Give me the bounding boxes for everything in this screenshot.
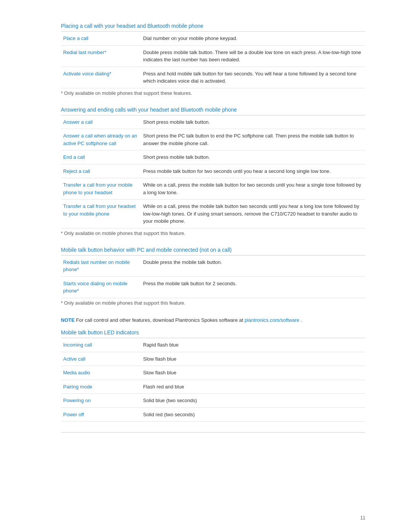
row-description: Dial number on your mobile phone keypad. <box>141 32 365 45</box>
section-footnote: * Only available on mobile phones that s… <box>61 300 365 306</box>
note-label: NOTE <box>61 317 75 323</box>
row-label: Activate voice dialing* <box>61 67 141 88</box>
table-row: Activate voice dialing*Press and hold mo… <box>61 67 365 88</box>
note-text: For call control and other features, dow… <box>76 317 245 323</box>
led-label: Media audio <box>61 366 141 380</box>
table-answering-ending: Answer a callShort press mobile talk but… <box>61 115 365 228</box>
row-description: Double press mobile talk button. There w… <box>141 45 365 67</box>
note-bold: NOTE For call control and other features… <box>61 316 365 324</box>
row-description: While on a call, press the mobile talk b… <box>141 200 365 228</box>
section-title-mobile-talk-behavior: Mobile talk button behavior with PC and … <box>61 247 365 256</box>
row-description: Short press mobile talk button. <box>141 115 365 129</box>
table-row: Place a callDial number on your mobile p… <box>61 32 365 45</box>
row-label: Answer a call when already on an active … <box>61 129 141 150</box>
row-description: Press and hold mobile talk button for tw… <box>141 67 365 88</box>
table-row: Answer a call when already on an active … <box>61 129 365 150</box>
section-title-placing-call: Placing a call with your headset and Blu… <box>61 23 365 32</box>
table-row: Powering onSolid blue (two seconds) <box>61 394 365 408</box>
table-row: Redial last number*Double press mobile t… <box>61 45 365 67</box>
section-mobile-talk-behavior: Mobile talk button behavior with PC and … <box>61 247 365 306</box>
row-label: Starts voice dialing on mobile phone* <box>61 276 141 298</box>
row-label: Redial last number* <box>61 45 141 67</box>
led-label: Powering on <box>61 394 141 408</box>
led-table: Incoming callRapid flash blueActive call… <box>61 338 365 422</box>
row-label: Transfer a call from your mobile phone t… <box>61 178 141 200</box>
table-row: Answer a callShort press mobile talk but… <box>61 115 365 129</box>
section-footnote: * Only available on mobile phones that s… <box>61 231 365 236</box>
led-label: Incoming call <box>61 338 141 352</box>
led-description: Slow flash blue <box>141 352 365 366</box>
table-row: Starts voice dialing on mobile phone*Pre… <box>61 276 365 298</box>
table-row: Redials last number on mobile phone*Doub… <box>61 256 365 277</box>
section-answering-ending: Answering and ending calls with your hea… <box>61 107 365 236</box>
row-label: Place a call <box>61 32 141 45</box>
table-row: Reject a callPress mobile talk button fo… <box>61 164 365 178</box>
led-description: Solid red (two seconds) <box>141 407 365 422</box>
note-suffix: . <box>301 317 302 323</box>
row-description: Press mobile talk button for two seconds… <box>141 164 365 178</box>
table-row: Active callSlow flash blue <box>61 352 365 366</box>
plantronics-link[interactable]: plantronics.com/software <box>245 317 299 323</box>
table-row: Pairing modeFlash red and blue <box>61 380 365 394</box>
table-row: Media audioSlow flash blue <box>61 366 365 380</box>
table-placing-call: Place a callDial number on your mobile p… <box>61 32 365 88</box>
led-description: Slow flash blue <box>141 366 365 380</box>
row-label: Transfer a call from your headset to you… <box>61 200 141 228</box>
row-description: Short press mobile talk button. <box>141 150 365 165</box>
row-label: End a call <box>61 150 141 165</box>
table-row: Transfer a call from your mobile phone t… <box>61 178 365 200</box>
led-description: Solid blue (two seconds) <box>141 394 365 408</box>
section-title-answering-ending: Answering and ending calls with your hea… <box>61 107 365 115</box>
led-label: Pairing mode <box>61 380 141 394</box>
table-row: Incoming callRapid flash blue <box>61 338 365 352</box>
led-section-title: Mobile talk button LED indicators <box>61 329 365 338</box>
row-label: Redials last number on mobile phone* <box>61 256 141 277</box>
page-number: 11 <box>360 515 365 521</box>
led-description: Rapid flash blue <box>141 338 365 352</box>
row-description: Press the mobile talk button for 2 secon… <box>141 276 365 298</box>
table-mobile-talk-behavior: Redials last number on mobile phone*Doub… <box>61 256 365 298</box>
led-label: Active call <box>61 352 141 366</box>
table-row: End a callShort press mobile talk button… <box>61 150 365 165</box>
led-description: Flash red and blue <box>141 380 365 394</box>
row-description: While on a call, press the mobile talk b… <box>141 178 365 200</box>
table-row: Power offSolid red (two seconds) <box>61 407 365 422</box>
row-label: Reject a call <box>61 164 141 178</box>
led-label: Power off <box>61 407 141 422</box>
table-row: Transfer a call from your headset to you… <box>61 200 365 228</box>
row-label: Answer a call <box>61 115 141 129</box>
section-placing-call: Placing a call with your headset and Blu… <box>61 23 365 96</box>
led-section: Mobile talk button LED indicators Incomi… <box>61 329 365 422</box>
section-footnote: * Only available on mobile phones that s… <box>61 91 365 96</box>
row-description: Short press the PC talk button to end th… <box>141 129 365 150</box>
row-description: Double press the mobile talk button. <box>141 256 365 277</box>
bottom-rule <box>61 432 365 433</box>
